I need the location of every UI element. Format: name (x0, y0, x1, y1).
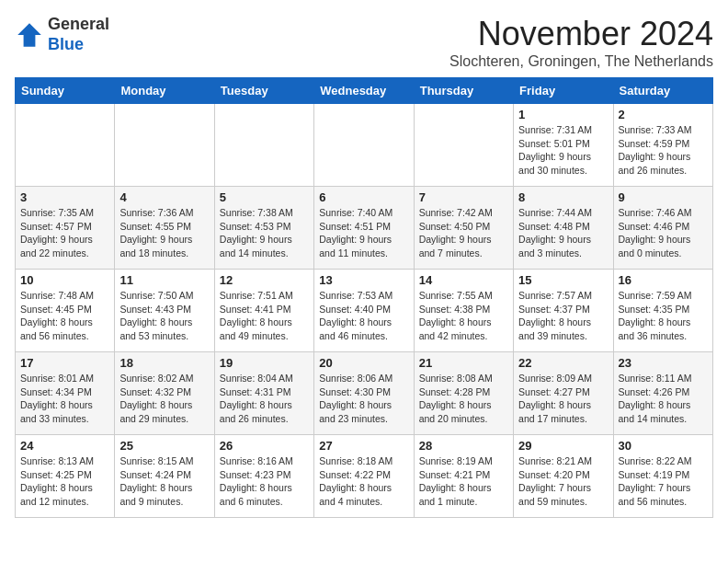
weekday-header-monday: Monday (115, 78, 214, 104)
day-info: Sunrise: 8:15 AM Sunset: 4:24 PM Dayligh… (119, 454, 209, 509)
location-title: Slochteren, Groningen, The Netherlands (449, 53, 713, 70)
calendar-cell: 11Sunrise: 7:50 AM Sunset: 4:43 PM Dayli… (115, 270, 214, 352)
day-info: Sunrise: 8:01 AM Sunset: 4:34 PM Dayligh… (20, 372, 109, 426)
day-info: Sunrise: 8:21 AM Sunset: 4:20 PM Dayligh… (518, 454, 608, 509)
day-info: Sunrise: 7:48 AM Sunset: 4:45 PM Dayligh… (20, 289, 109, 343)
day-number: 23 (619, 356, 708, 370)
logo-general-text: General (48, 15, 109, 35)
calendar-cell: 20Sunrise: 8:06 AM Sunset: 4:30 PM Dayli… (314, 352, 414, 435)
day-number: 20 (319, 356, 408, 370)
day-number: 9 (619, 190, 708, 204)
week-row-4: 17Sunrise: 8:01 AM Sunset: 4:34 PM Dayli… (16, 352, 713, 435)
logo-icon (15, 20, 44, 50)
day-info: Sunrise: 7:57 AM Sunset: 4:37 PM Dayligh… (518, 289, 608, 343)
day-number: 13 (319, 273, 408, 287)
week-row-5: 24Sunrise: 8:13 AM Sunset: 4:25 PM Dayli… (16, 435, 713, 518)
weekday-header-thursday: Thursday (414, 78, 513, 104)
day-number: 10 (20, 273, 109, 287)
day-number: 16 (619, 273, 708, 287)
calendar-cell: 16Sunrise: 7:59 AM Sunset: 4:35 PM Dayli… (613, 270, 712, 352)
day-number: 18 (119, 356, 209, 370)
calendar-cell (314, 104, 414, 187)
day-info: Sunrise: 7:51 AM Sunset: 4:41 PM Dayligh… (220, 289, 309, 343)
day-info: Sunrise: 7:53 AM Sunset: 4:40 PM Dayligh… (319, 289, 408, 343)
calendar-cell: 13Sunrise: 7:53 AM Sunset: 4:40 PM Dayli… (314, 270, 414, 352)
calendar-cell: 8Sunrise: 7:44 AM Sunset: 4:48 PM Daylig… (514, 187, 613, 270)
day-info: Sunrise: 8:08 AM Sunset: 4:28 PM Dayligh… (419, 372, 508, 426)
calendar-cell: 22Sunrise: 8:09 AM Sunset: 4:27 PM Dayli… (514, 352, 613, 435)
day-number: 27 (319, 439, 408, 453)
day-number: 3 (20, 190, 109, 204)
day-info: Sunrise: 7:42 AM Sunset: 4:50 PM Dayligh… (419, 206, 508, 260)
calendar-cell: 3Sunrise: 7:35 AM Sunset: 4:57 PM Daylig… (16, 187, 115, 270)
day-info: Sunrise: 8:19 AM Sunset: 4:21 PM Dayligh… (419, 454, 508, 509)
day-info: Sunrise: 8:04 AM Sunset: 4:31 PM Dayligh… (220, 372, 309, 426)
day-number: 21 (419, 356, 508, 370)
calendar-cell: 6Sunrise: 7:40 AM Sunset: 4:51 PM Daylig… (314, 187, 414, 270)
calendar-cell: 14Sunrise: 7:55 AM Sunset: 4:38 PM Dayli… (414, 270, 513, 352)
day-number: 1 (518, 108, 608, 121)
day-number: 24 (20, 439, 109, 453)
calendar-cell (414, 104, 513, 187)
calendar-cell: 4Sunrise: 7:36 AM Sunset: 4:55 PM Daylig… (115, 187, 214, 270)
day-number: 8 (518, 190, 608, 204)
calendar-table: SundayMondayTuesdayWednesdayThursdayFrid… (15, 77, 713, 518)
svg-marker-0 (17, 23, 41, 47)
logo-blue-text: Blue (48, 35, 109, 55)
calendar-cell: 25Sunrise: 8:15 AM Sunset: 4:24 PM Dayli… (115, 435, 214, 518)
calendar-cell: 17Sunrise: 8:01 AM Sunset: 4:34 PM Dayli… (16, 352, 115, 435)
day-number: 29 (518, 439, 608, 453)
calendar-cell: 19Sunrise: 8:04 AM Sunset: 4:31 PM Dayli… (214, 352, 313, 435)
day-number: 2 (619, 108, 708, 121)
calendar-cell: 23Sunrise: 8:11 AM Sunset: 4:26 PM Dayli… (613, 352, 712, 435)
day-info: Sunrise: 7:44 AM Sunset: 4:48 PM Dayligh… (518, 206, 608, 260)
week-row-2: 3Sunrise: 7:35 AM Sunset: 4:57 PM Daylig… (16, 187, 713, 270)
calendar-cell: 10Sunrise: 7:48 AM Sunset: 4:45 PM Dayli… (16, 270, 115, 352)
calendar-cell: 28Sunrise: 8:19 AM Sunset: 4:21 PM Dayli… (414, 435, 513, 518)
day-info: Sunrise: 8:13 AM Sunset: 4:25 PM Dayligh… (20, 454, 109, 509)
day-number: 22 (518, 356, 608, 370)
day-number: 30 (619, 439, 708, 453)
calendar-cell: 30Sunrise: 8:22 AM Sunset: 4:19 PM Dayli… (613, 435, 712, 518)
day-number: 12 (220, 273, 309, 287)
weekday-header-saturday: Saturday (613, 78, 712, 104)
calendar-cell: 18Sunrise: 8:02 AM Sunset: 4:32 PM Dayli… (115, 352, 214, 435)
day-info: Sunrise: 7:38 AM Sunset: 4:53 PM Dayligh… (220, 206, 309, 260)
day-info: Sunrise: 7:40 AM Sunset: 4:51 PM Dayligh… (319, 206, 408, 260)
day-number: 5 (220, 190, 309, 204)
month-title: November 2024 (449, 15, 713, 53)
day-number: 26 (220, 439, 309, 453)
day-info: Sunrise: 8:09 AM Sunset: 4:27 PM Dayligh… (518, 372, 608, 426)
calendar-cell: 9Sunrise: 7:46 AM Sunset: 4:46 PM Daylig… (613, 187, 712, 270)
day-info: Sunrise: 8:11 AM Sunset: 4:26 PM Dayligh… (619, 372, 708, 426)
calendar-cell: 27Sunrise: 8:18 AM Sunset: 4:22 PM Dayli… (314, 435, 414, 518)
day-info: Sunrise: 7:55 AM Sunset: 4:38 PM Dayligh… (419, 289, 508, 343)
calendar-cell (16, 104, 115, 187)
title-area: November 2024 Slochteren, Groningen, The… (449, 15, 713, 70)
calendar-cell: 15Sunrise: 7:57 AM Sunset: 4:37 PM Dayli… (514, 270, 613, 352)
day-number: 14 (419, 273, 508, 287)
day-info: Sunrise: 7:36 AM Sunset: 4:55 PM Dayligh… (119, 206, 209, 260)
day-info: Sunrise: 7:46 AM Sunset: 4:46 PM Dayligh… (619, 206, 708, 260)
calendar-cell: 24Sunrise: 8:13 AM Sunset: 4:25 PM Dayli… (16, 435, 115, 518)
header: General Blue November 2024 Slochteren, G… (15, 15, 713, 70)
day-number: 11 (119, 273, 209, 287)
calendar-cell (214, 104, 313, 187)
day-number: 4 (119, 190, 209, 204)
calendar-cell: 1Sunrise: 7:31 AM Sunset: 5:01 PM Daylig… (514, 104, 613, 187)
weekday-header-sunday: Sunday (16, 78, 115, 104)
day-number: 6 (319, 190, 408, 204)
calendar-cell: 12Sunrise: 7:51 AM Sunset: 4:41 PM Dayli… (214, 270, 313, 352)
day-info: Sunrise: 7:59 AM Sunset: 4:35 PM Dayligh… (619, 289, 708, 343)
day-info: Sunrise: 8:16 AM Sunset: 4:23 PM Dayligh… (220, 454, 309, 509)
day-number: 19 (220, 356, 309, 370)
day-info: Sunrise: 7:35 AM Sunset: 4:57 PM Dayligh… (20, 206, 109, 260)
day-number: 7 (419, 190, 508, 204)
weekday-header-wednesday: Wednesday (314, 78, 414, 104)
calendar-cell: 2Sunrise: 7:33 AM Sunset: 4:59 PM Daylig… (613, 104, 712, 187)
weekday-header-row: SundayMondayTuesdayWednesdayThursdayFrid… (16, 78, 713, 104)
weekday-header-tuesday: Tuesday (214, 78, 313, 104)
logo-text: General Blue (48, 15, 109, 54)
day-info: Sunrise: 7:50 AM Sunset: 4:43 PM Dayligh… (119, 289, 209, 343)
calendar-cell (115, 104, 214, 187)
